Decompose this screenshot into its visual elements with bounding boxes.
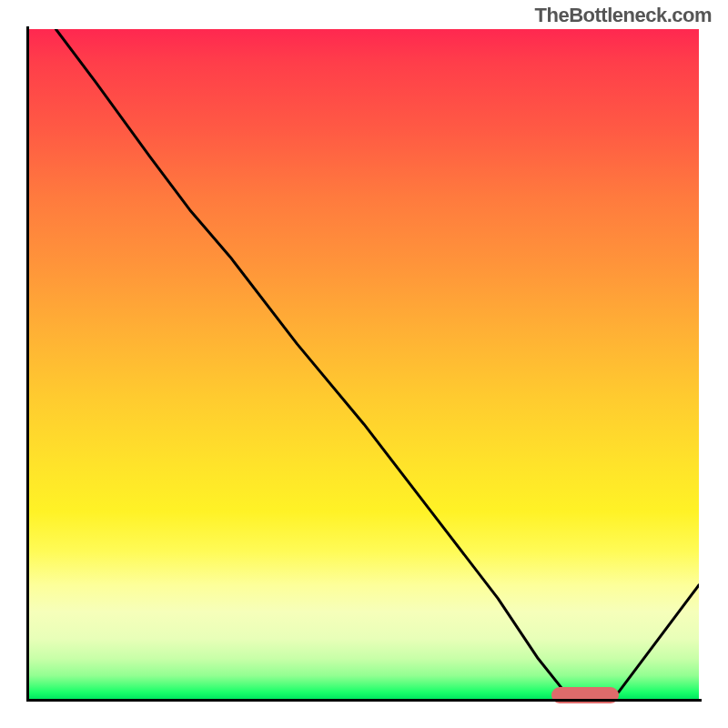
watermark-text: TheBottleneck.com — [535, 4, 712, 27]
x-axis — [26, 699, 702, 702]
y-axis — [26, 26, 29, 702]
plot-area — [29, 29, 699, 699]
gradient-background — [29, 29, 699, 699]
